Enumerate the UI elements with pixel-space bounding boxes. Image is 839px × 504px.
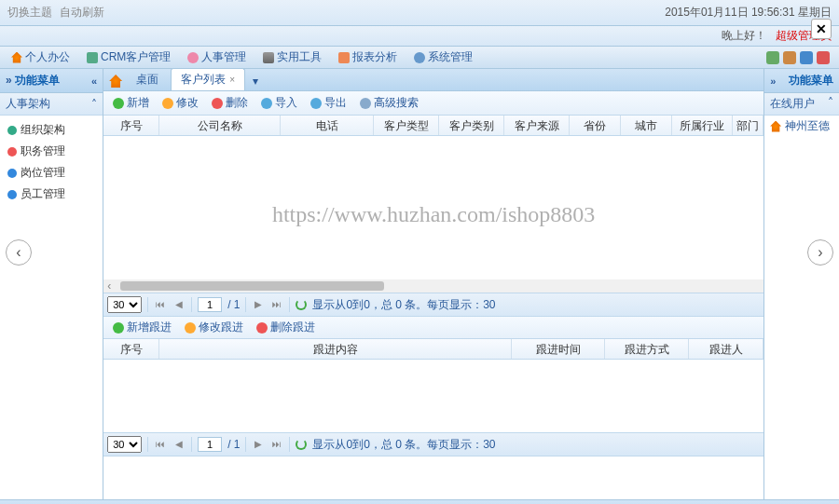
tree-post[interactable]: 岗位管理: [0, 162, 103, 184]
col-industry[interactable]: 所属行业: [672, 116, 733, 135]
plus-icon: [113, 98, 124, 109]
pagesize-select[interactable]: 30: [107, 296, 142, 313]
import-button[interactable]: 导入: [255, 93, 303, 113]
col-type[interactable]: 客户类型: [374, 116, 439, 135]
menu-report[interactable]: 报表分析: [331, 48, 405, 67]
lock-icon[interactable]: [783, 51, 796, 64]
tab-customer-list[interactable]: 客户列表×: [171, 68, 245, 90]
online-users-header[interactable]: 在线用户 ˄: [764, 93, 839, 116]
pagesize-select-2[interactable]: 30: [107, 436, 142, 453]
last-page-button[interactable]: ⏭: [270, 298, 283, 311]
tree-emp[interactable]: 员工管理: [0, 184, 103, 205]
col-time[interactable]: 跟进时间: [512, 339, 605, 359]
left-panel-title: » 功能菜单 «: [0, 69, 103, 93]
export-button[interactable]: 导出: [305, 93, 352, 113]
col-person[interactable]: 跟进人: [689, 339, 763, 359]
first-page-button-2[interactable]: ⏮: [154, 438, 167, 451]
tree-duty[interactable]: 职务管理: [0, 141, 103, 162]
col-source[interactable]: 客户来源: [504, 116, 570, 135]
pencil-icon: [162, 98, 173, 109]
accordion-hr[interactable]: 人事架构 ˄: [0, 93, 103, 116]
main-menu: 个人办公 CRM客户管理 人事管理 实用工具 报表分析 系统管理: [0, 47, 839, 69]
theme-switch[interactable]: 切换主题: [7, 5, 52, 20]
tree-org[interactable]: 组织架构: [0, 119, 103, 141]
add-followup-button[interactable]: 新增跟进: [107, 318, 177, 337]
tab-desktop[interactable]: 桌面: [126, 68, 169, 90]
page-total-2: / 1: [227, 438, 240, 451]
tab-home-icon[interactable]: [109, 75, 122, 88]
main-grid: 序号 公司名称 电话 客户类型 客户类别 客户来源 省份 城市 所属行业 部门 …: [103, 116, 763, 293]
followup-grid-body[interactable]: [103, 360, 763, 432]
right-panel-title: » 功能菜单: [764, 69, 839, 93]
col-content[interactable]: 跟进内容: [159, 339, 512, 359]
logout-icon[interactable]: [817, 51, 830, 64]
greeting-label: 晚上好！: [722, 28, 766, 44]
tool-icon: [263, 52, 274, 63]
grid-body[interactable]: https://www.huzhan.com/ishop8803 ‹: [103, 136, 763, 293]
user-bar: 晚上好！ 超级管理员: [0, 26, 839, 47]
page-input[interactable]: [198, 297, 222, 312]
col-province[interactable]: 省份: [570, 116, 621, 135]
collapse-left-icon[interactable]: «: [91, 75, 97, 87]
carousel-prev-button[interactable]: ‹: [6, 239, 32, 266]
minus-icon: [212, 98, 223, 109]
col-seq[interactable]: 序号: [103, 116, 159, 135]
minus-icon: [256, 322, 268, 334]
menu-crm[interactable]: CRM客户管理: [79, 48, 178, 67]
del-followup-button[interactable]: 删除跟进: [251, 318, 321, 337]
prev-page-button-2[interactable]: ◀: [172, 438, 186, 451]
col-category[interactable]: 客户类别: [439, 116, 504, 135]
gear-icon: [414, 52, 425, 63]
followup-toolbar: 新增跟进 修改跟进 删除跟进: [103, 317, 763, 339]
next-page-button-2[interactable]: ▶: [252, 438, 265, 451]
tab-dropdown-icon[interactable]: ▾: [247, 72, 264, 90]
col-dept[interactable]: 部门: [733, 116, 763, 135]
grid-header: 序号 公司名称 电话 客户类型 客户类别 客户来源 省份 城市 所属行业 部门: [103, 116, 763, 136]
tab-close-icon[interactable]: ×: [229, 75, 235, 85]
edit-followup-button[interactable]: 修改跟进: [179, 318, 249, 337]
prev-page-button[interactable]: ◀: [172, 298, 186, 311]
followup-grid: 序号 跟进内容 跟进时间 跟进方式 跟进人: [103, 339, 763, 432]
menu-tools[interactable]: 实用工具: [255, 48, 329, 67]
next-page-button[interactable]: ▶: [252, 298, 265, 311]
h-scrollbar[interactable]: ‹: [103, 279, 763, 293]
page-input-2[interactable]: [198, 437, 222, 452]
edit-button[interactable]: 修改: [157, 93, 204, 113]
hr-icon: [187, 52, 199, 63]
menu-system[interactable]: 系统管理: [406, 48, 480, 67]
close-button[interactable]: ✕: [811, 19, 832, 39]
crm-icon: [87, 52, 98, 63]
toolbar-icon-1[interactable]: [766, 51, 779, 64]
carousel-next-button[interactable]: ›: [807, 239, 833, 266]
status-bar: [0, 499, 839, 504]
pager-msg-2: 显示从0到0，总 0 条。每页显示：30: [312, 437, 495, 453]
watermark: https://www.huzhan.com/ishop8803: [272, 202, 595, 227]
grid-toolbar: 新增 修改 删除 导入 导出 高级搜索: [103, 91, 763, 116]
refresh-icon[interactable]: [800, 51, 813, 64]
bullet-icon: [7, 190, 17, 199]
col-seq2[interactable]: 序号: [103, 339, 159, 359]
first-page-button[interactable]: ⏮: [154, 298, 167, 311]
online-user-item[interactable]: 神州至德: [764, 116, 839, 137]
refresh-icon[interactable]: [296, 299, 307, 310]
tree-view: 组织架构 职务管理 岗位管理 员工管理: [0, 116, 103, 209]
pager-bottom: 30 ⏮ ◀ / 1 ▶ ⏭ 显示从0到0，总 0 条。每页显示：30: [103, 432, 763, 456]
delete-button[interactable]: 删除: [206, 93, 254, 113]
menu-personal[interactable]: 个人办公: [4, 48, 77, 67]
auto-refresh[interactable]: 自动刷新: [60, 5, 104, 20]
add-button[interactable]: 新增: [107, 93, 155, 113]
refresh-icon-2[interactable]: [296, 439, 307, 450]
menu-hr[interactable]: 人事管理: [180, 48, 254, 67]
col-company[interactable]: 公司名称: [159, 116, 281, 135]
col-method[interactable]: 跟进方式: [605, 339, 689, 359]
col-city[interactable]: 城市: [621, 116, 672, 135]
tab-strip: 桌面 客户列表× ▾: [103, 69, 763, 91]
followup-grid-header: 序号 跟进内容 跟进时间 跟进方式 跟进人: [103, 339, 763, 360]
collapse-right-icon[interactable]: »: [770, 75, 776, 87]
pager-top: 30 ⏮ ◀ / 1 ▶ ⏭ 显示从0到0，总 0 条。每页显示：30: [103, 293, 763, 317]
left-sidebar: » 功能菜单 « 人事架构 ˄ 组织架构 职务管理 岗位管理 员工管理: [0, 69, 103, 499]
adv-search-button[interactable]: 高级搜索: [354, 93, 424, 113]
col-phone[interactable]: 电话: [281, 116, 374, 135]
last-page-button-2[interactable]: ⏭: [270, 438, 283, 451]
bullet-icon: [7, 126, 17, 135]
